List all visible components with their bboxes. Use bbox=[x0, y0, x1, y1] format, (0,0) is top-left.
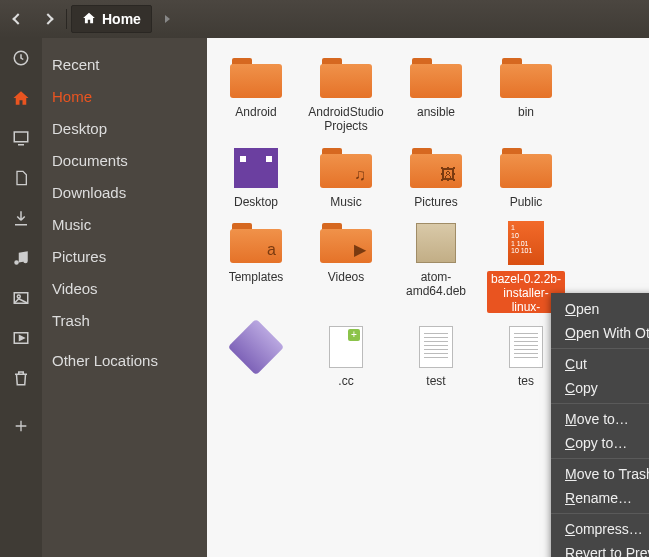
sidebar-item-pictures[interactable]: Pictures bbox=[42, 240, 207, 272]
menu-item[interactable]: CopyCtrl+C bbox=[551, 376, 649, 400]
menu-item[interactable]: Open With Other Application bbox=[551, 321, 649, 345]
arch-icon: 1101 10110 101 bbox=[496, 219, 556, 267]
file-label: AndroidStudioProjects bbox=[307, 106, 385, 134]
file-item[interactable]: bin bbox=[487, 54, 565, 134]
sidebar-item-videos[interactable]: Videos bbox=[42, 272, 207, 304]
purple-icon bbox=[226, 144, 286, 192]
file-label: Desktop bbox=[234, 196, 278, 210]
sidebar-item-home[interactable]: Home bbox=[42, 80, 207, 112]
file-item[interactable]: AndroidStudioProjects bbox=[307, 54, 385, 134]
sidebar-item-downloads[interactable]: Downloads bbox=[42, 176, 207, 208]
file-item[interactable]: 🖼Pictures bbox=[397, 144, 475, 210]
file-item[interactable]: ansible bbox=[397, 54, 475, 134]
desktop-icon[interactable] bbox=[11, 128, 31, 148]
menu-separator bbox=[551, 458, 649, 459]
file-item[interactable]: ♫Music bbox=[307, 144, 385, 210]
sidebar-item-documents[interactable]: Documents bbox=[42, 144, 207, 176]
folder-icon bbox=[316, 54, 376, 102]
sidebar-item-label: Downloads bbox=[52, 184, 126, 201]
file-item[interactable]: .cc bbox=[307, 323, 385, 389]
sidebar-item-trash[interactable]: Trash bbox=[42, 304, 207, 336]
file-label: .cc bbox=[338, 375, 353, 389]
file-item[interactable]: atom-amd64.deb bbox=[397, 219, 475, 313]
menu-item-label: Copy to… bbox=[565, 435, 627, 451]
downloads-icon[interactable] bbox=[11, 208, 31, 228]
sidebar-item-music[interactable]: Music bbox=[42, 208, 207, 240]
menu-item-label: Cut bbox=[565, 356, 587, 372]
sidebar-item-label: Other Locations bbox=[52, 352, 158, 369]
txt-icon bbox=[496, 323, 556, 371]
sidebar-item-label: Trash bbox=[52, 312, 90, 329]
file-label: Android bbox=[235, 106, 276, 120]
toolbar-separator bbox=[66, 9, 67, 29]
menu-separator bbox=[551, 348, 649, 349]
folder-icon: ♫ bbox=[316, 144, 376, 192]
file-label: Videos bbox=[328, 271, 364, 285]
pictures-icon[interactable] bbox=[11, 288, 31, 308]
toolbar: Home bbox=[0, 0, 649, 38]
file-item[interactable]: aTemplates bbox=[217, 219, 295, 313]
context-menu: OpenReturnOpen With Other ApplicationCut… bbox=[551, 293, 649, 557]
file-label: tes bbox=[518, 375, 534, 389]
file-manager-window: Home Recent Home Desktop Documents Downl… bbox=[0, 0, 649, 557]
folder-icon bbox=[406, 54, 466, 102]
add-location-icon[interactable] bbox=[11, 416, 31, 436]
cc-icon bbox=[316, 323, 376, 371]
trash-icon[interactable] bbox=[11, 368, 31, 388]
breadcrumb-label: Home bbox=[102, 11, 141, 27]
menu-item-label: Rename… bbox=[565, 490, 632, 506]
sidebar-item-recent[interactable]: Recent bbox=[42, 48, 207, 80]
svg-point-3 bbox=[17, 295, 20, 298]
home-icon bbox=[82, 11, 96, 28]
menu-item[interactable]: Compress… bbox=[551, 517, 649, 541]
file-label: Music bbox=[330, 196, 361, 210]
file-label: Public bbox=[510, 196, 543, 210]
menu-item[interactable]: Move to… bbox=[551, 407, 649, 431]
svg-rect-1 bbox=[14, 132, 28, 142]
documents-icon[interactable] bbox=[11, 168, 31, 188]
home-rail-icon[interactable] bbox=[11, 88, 31, 108]
file-item[interactable]: Desktop bbox=[217, 144, 295, 210]
menu-item-label: Open With Other Application bbox=[565, 325, 649, 341]
file-label: bin bbox=[518, 106, 534, 120]
menu-item-label: Copy bbox=[565, 380, 598, 396]
recent-icon[interactable] bbox=[11, 48, 31, 68]
menu-item[interactable]: CutCtrl+X bbox=[551, 352, 649, 376]
menu-item[interactable]: Rename…F2 bbox=[551, 486, 649, 510]
diamond-icon bbox=[226, 323, 286, 371]
file-grid[interactable]: AndroidAndroidStudioProjectsansiblebinDe… bbox=[207, 38, 649, 557]
file-item[interactable]: Public bbox=[487, 144, 565, 210]
sidebar-item-desktop[interactable]: Desktop bbox=[42, 112, 207, 144]
sidebar: Recent Home Desktop Documents Downloads … bbox=[42, 38, 207, 557]
menu-item-label: Move to Trash bbox=[565, 466, 649, 482]
sidebar-item-label: Recent bbox=[52, 56, 100, 73]
music-icon[interactable] bbox=[11, 248, 31, 268]
menu-item-label: Compress… bbox=[565, 521, 643, 537]
menu-item[interactable]: Move to TrashDelete bbox=[551, 462, 649, 486]
sidebar-icons bbox=[0, 38, 42, 557]
txt-icon bbox=[406, 323, 466, 371]
back-button[interactable] bbox=[4, 5, 32, 33]
sidebar-item-other-locations[interactable]: Other Locations bbox=[42, 344, 207, 376]
menu-item[interactable]: Revert to Previous Version… bbox=[551, 541, 649, 557]
menu-item[interactable]: OpenReturn bbox=[551, 297, 649, 321]
file-label: test bbox=[426, 375, 445, 389]
menu-separator bbox=[551, 403, 649, 404]
videos-icon[interactable] bbox=[11, 328, 31, 348]
sidebar-item-label: Documents bbox=[52, 152, 128, 169]
file-label: ansible bbox=[417, 106, 455, 120]
menu-item[interactable]: Copy to… bbox=[551, 431, 649, 455]
folder-icon: ▶ bbox=[316, 219, 376, 267]
file-item[interactable]: test bbox=[397, 323, 475, 389]
breadcrumb[interactable]: Home bbox=[71, 5, 152, 33]
menu-separator bbox=[551, 513, 649, 514]
deb-icon bbox=[406, 219, 466, 267]
file-item[interactable] bbox=[217, 323, 295, 389]
sidebar-item-label: Home bbox=[52, 88, 92, 105]
forward-button[interactable] bbox=[34, 5, 62, 33]
file-item[interactable]: Android bbox=[217, 54, 295, 134]
file-item[interactable]: ▶Videos bbox=[307, 219, 385, 313]
body: Recent Home Desktop Documents Downloads … bbox=[0, 38, 649, 557]
file-label: Templates bbox=[229, 271, 284, 285]
path-next-button[interactable] bbox=[154, 5, 182, 33]
